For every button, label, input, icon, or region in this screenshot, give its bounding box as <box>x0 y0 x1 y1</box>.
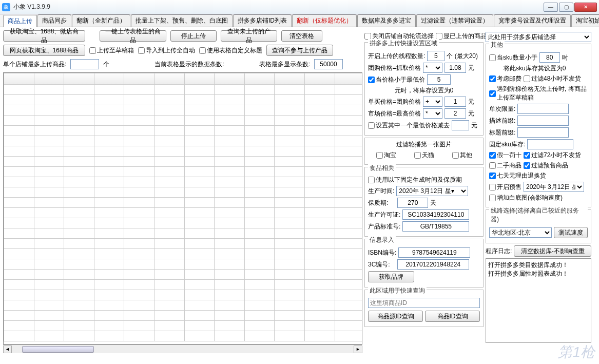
cb-fixed-time[interactable]: 使用以下固定生成时间及保质期 <box>368 176 462 184</box>
cb-whitebg[interactable]: 增加白底图(会影响速度) <box>489 194 563 202</box>
in-max-rows[interactable] <box>314 59 343 69</box>
in-fixed-sku[interactable] <box>527 139 573 149</box>
window-title: 小象 V1.3.9.9 <box>13 3 544 11</box>
btn-stop[interactable]: 停止上传 <box>170 30 217 42</box>
h-scrollbar[interactable]: ◄► <box>3 344 362 353</box>
btn-test-speed[interactable]: 测试速度 <box>554 227 588 238</box>
btn-src-id[interactable]: 商品源ID查询 <box>368 311 423 322</box>
in-title-prefix[interactable] <box>517 127 569 138</box>
cb-min-price[interactable]: 当价格小于最低价 <box>368 75 425 84</box>
grid[interactable] <box>3 72 362 344</box>
app-icon: 象 <box>2 3 10 11</box>
in-3c[interactable] <box>397 259 469 270</box>
sel-op1[interactable]: * <box>423 63 442 73</box>
cb-kaolu[interactable]: 考虑邮费 <box>489 74 521 83</box>
tab-proxy[interactable]: 宽带拨号设置及代理设置 <box>494 14 571 27</box>
in-minus[interactable] <box>452 120 469 130</box>
cb-show-uploaded[interactable]: 显已上传的商品 <box>436 32 487 41</box>
in-isbn[interactable] <box>398 247 470 258</box>
in-op2[interactable] <box>445 97 466 107</box>
log-box: 打开拼多多类目数据库成功！ 打开拼多多属性对照表成功！ <box>486 258 591 343</box>
btn-web-taobao[interactable]: 网页获取淘宝、1688商品 <box>3 45 85 56</box>
in-desc-prefix[interactable] <box>517 116 569 126</box>
tabstrip: 商品上传 商品同步 翻新（全新产品） 批量上下架、预售、删除、白底图 拼多多店铺… <box>0 14 599 27</box>
btn-query-not[interactable]: 查询未上传的产品 <box>221 30 277 42</box>
btn-brand[interactable]: 获取品牌 <box>368 271 414 282</box>
tab-filter[interactable]: 过滤设置（违禁词设置） <box>416 14 493 27</box>
cb-presale-filter[interactable]: 过滤预售商品 <box>524 161 568 170</box>
tab-refresh-new[interactable]: 翻新（全新产品） <box>72 14 130 27</box>
cb-72h[interactable]: 过滤72小时不发货 <box>524 151 581 160</box>
lbl-log: 程序日志: <box>486 247 512 256</box>
btn-clear-db[interactable]: 清空数据库-不影响查重 <box>514 245 591 257</box>
maximize-button[interactable]: ▢ <box>559 3 573 12</box>
tab-refresh-title[interactable]: 翻新（仅标题优化） <box>292 14 357 27</box>
btn-clear[interactable]: 清空表格 <box>281 30 322 42</box>
cb-jiayi[interactable]: 假一罚十 <box>489 151 521 160</box>
in-op3[interactable] <box>445 108 466 119</box>
tab-db[interactable]: 数据库及多多进宝 <box>357 14 416 27</box>
in-threads[interactable] <box>427 51 445 61</box>
cb-custom-title[interactable]: 使用表格自定义标题 <box>199 46 262 55</box>
lbl-current-rows: 当前表格显示的数据条数: <box>154 60 224 69</box>
in-single-shop-max[interactable] <box>70 59 99 69</box>
tab-taobao-init[interactable]: 淘宝初始化 <box>571 14 599 27</box>
in-shelf[interactable] <box>397 198 428 208</box>
grp-route: 线路选择(选择离自己较近的服务器) 华北地区-北京 测试速度 <box>486 209 591 243</box>
grp-food: 食品相关 使用以下固定生成时间及保质期 生产时间: 2020年 3月12日 星▾… <box>364 167 484 237</box>
cb-upload-draft[interactable]: 上传至草稿箱 <box>89 46 134 55</box>
cb-filter-taobao[interactable]: 淘宝 <box>376 151 396 160</box>
cb-second[interactable]: 二手商品 <box>489 161 521 170</box>
in-standard[interactable] <box>402 221 469 232</box>
lbl-max-rows: 表格最多显示条数: <box>259 60 310 69</box>
tab-upload[interactable]: 商品上传 <box>3 15 37 27</box>
cb-7day[interactable]: 七天无理由退换货 <box>489 171 546 180</box>
sel-prod-date[interactable]: 2020年 3月12日 星▾ <box>396 186 468 196</box>
grp-pdd: 拼多多上传快捷设置区域 开启上传的线程数量: 个 (最大20) 团购价格=抓取价… <box>364 42 484 136</box>
tab-sync[interactable]: 商品同步 <box>37 14 71 27</box>
btn-get-taobao[interactable]: 获取淘宝、1688、微店商品 <box>3 30 85 42</box>
sel-op2[interactable]: + <box>423 97 442 107</box>
grp-quick: 此区域用于快速查询 商品源ID查询 商品ID查询 <box>364 290 484 327</box>
sel-op3[interactable]: * <box>423 108 442 119</box>
close-button[interactable]: ✕ <box>574 3 597 12</box>
unit-ge: 个 <box>103 60 109 69</box>
in-min-price[interactable] <box>427 74 451 85</box>
cb-filter-tmall[interactable]: 天猫 <box>414 151 434 160</box>
btn-one-click[interactable]: 一键上传表格里的商品 <box>100 30 166 42</box>
in-sku-lt[interactable] <box>539 52 560 63</box>
grp-filter-img: 过滤轮播第一张图片 淘宝 天猫 其他 <box>364 138 484 165</box>
cb-48h[interactable]: 过滤48小时不发货 <box>524 74 581 83</box>
in-license[interactable] <box>402 209 469 220</box>
cb-sku-lt[interactable]: 当sku数量小于 <box>489 53 537 62</box>
sel-route[interactable]: 华北地区-北京 <box>489 227 552 238</box>
cb-presale[interactable]: 开启预售 <box>489 183 521 191</box>
cb-filter-other[interactable]: 其他 <box>452 151 472 160</box>
tab-batch[interactable]: 批量上下架、预售、删除、白底图 <box>131 14 233 27</box>
btn-query-skip[interactable]: 查询不参与上传产品 <box>266 45 333 56</box>
in-op1[interactable] <box>445 63 466 73</box>
in-quick-id[interactable] <box>368 298 480 308</box>
grp-other: 其他 当sku数量小于 时 将此sku库存其设置为0 考虑邮费 过滤48小时不发… <box>486 44 591 207</box>
sel-presale-date[interactable]: 2020年 3月12日 星▾ <box>524 182 584 192</box>
cb-import-auto[interactable]: 导入到上传全自动 <box>138 46 195 55</box>
grp-info: 信息录入 ISBN编号: 3C编号: 获取品牌 <box>364 239 484 288</box>
btn-goods-id[interactable]: 商品ID查询 <box>425 311 480 322</box>
tab-pdd-shop[interactable]: 拼多多店铺ID列表 <box>233 14 292 27</box>
in-single-limit[interactable] <box>517 104 569 114</box>
titlebar: 象 小象 V1.3.9.9 — ▢ ✕ <box>0 0 599 14</box>
cb-set-minus[interactable]: 设置其中一个最低价格减去 <box>368 121 450 130</box>
minimize-button[interactable]: — <box>544 3 558 12</box>
cb-ladder[interactable]: 遇到阶梯价格无法上传时, 将商品上传至草稿箱 <box>489 85 588 102</box>
lbl-single-shop-max: 单个店铺最多上传商品: <box>3 60 66 69</box>
